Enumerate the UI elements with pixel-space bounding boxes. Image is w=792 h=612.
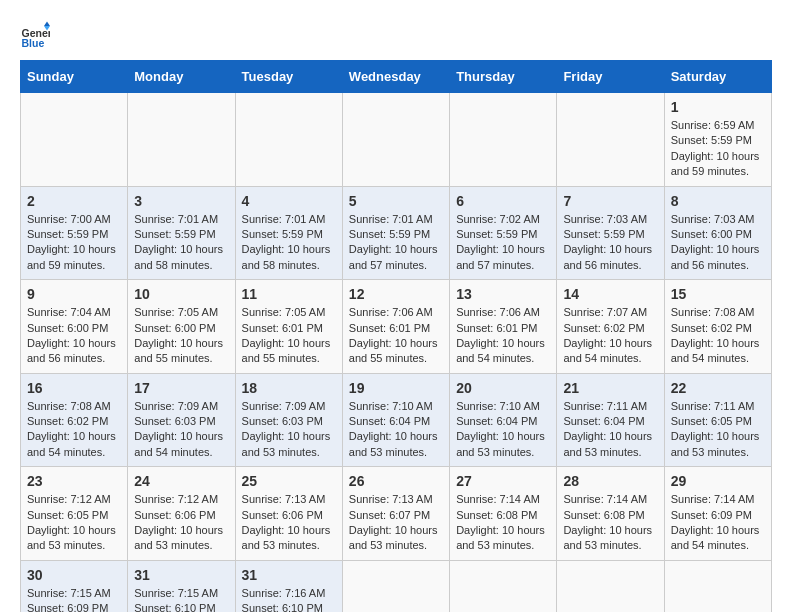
cell-sunset: Sunset: 6:02 PM (563, 321, 657, 336)
calendar-cell: 2Sunrise: 7:00 AMSunset: 5:59 PMDaylight… (21, 186, 128, 280)
cell-sunset: Sunset: 6:06 PM (242, 508, 336, 523)
day-number: 14 (563, 286, 657, 302)
cell-daylight: Daylight: 10 hours and 53 minutes. (563, 523, 657, 554)
day-number: 5 (349, 193, 443, 209)
cell-sunrise: Sunrise: 7:11 AM (563, 399, 657, 414)
cell-daylight: Daylight: 10 hours and 53 minutes. (27, 523, 121, 554)
cell-daylight: Daylight: 10 hours and 59 minutes. (27, 242, 121, 273)
day-number: 28 (563, 473, 657, 489)
cell-daylight: Daylight: 10 hours and 54 minutes. (27, 429, 121, 460)
calendar-cell: 31Sunrise: 7:16 AMSunset: 6:10 PMDayligh… (235, 560, 342, 612)
calendar-cell: 4Sunrise: 7:01 AMSunset: 5:59 PMDaylight… (235, 186, 342, 280)
calendar-cell: 3Sunrise: 7:01 AMSunset: 5:59 PMDaylight… (128, 186, 235, 280)
day-number: 25 (242, 473, 336, 489)
calendar-cell: 11Sunrise: 7:05 AMSunset: 6:01 PMDayligh… (235, 280, 342, 374)
cell-sunrise: Sunrise: 7:01 AM (242, 212, 336, 227)
cell-daylight: Daylight: 10 hours and 54 minutes. (134, 429, 228, 460)
cell-sunset: Sunset: 6:03 PM (134, 414, 228, 429)
calendar-cell: 18Sunrise: 7:09 AMSunset: 6:03 PMDayligh… (235, 373, 342, 467)
cell-daylight: Daylight: 10 hours and 53 minutes. (242, 429, 336, 460)
cell-daylight: Daylight: 10 hours and 59 minutes. (671, 149, 765, 180)
cell-sunset: Sunset: 6:01 PM (456, 321, 550, 336)
calendar-cell: 28Sunrise: 7:14 AMSunset: 6:08 PMDayligh… (557, 467, 664, 561)
day-number: 1 (671, 99, 765, 115)
cell-daylight: Daylight: 10 hours and 58 minutes. (242, 242, 336, 273)
day-number: 24 (134, 473, 228, 489)
calendar-cell: 14Sunrise: 7:07 AMSunset: 6:02 PMDayligh… (557, 280, 664, 374)
day-number: 31 (242, 567, 336, 583)
calendar-cell (342, 560, 449, 612)
cell-daylight: Daylight: 10 hours and 56 minutes. (27, 336, 121, 367)
cell-sunrise: Sunrise: 7:14 AM (671, 492, 765, 507)
calendar-cell: 29Sunrise: 7:14 AMSunset: 6:09 PMDayligh… (664, 467, 771, 561)
calendar-cell: 9Sunrise: 7:04 AMSunset: 6:00 PMDaylight… (21, 280, 128, 374)
calendar-cell: 15Sunrise: 7:08 AMSunset: 6:02 PMDayligh… (664, 280, 771, 374)
day-number: 15 (671, 286, 765, 302)
cell-daylight: Daylight: 10 hours and 58 minutes. (134, 242, 228, 273)
calendar-cell: 30Sunrise: 7:15 AMSunset: 6:09 PMDayligh… (21, 560, 128, 612)
calendar-cell: 27Sunrise: 7:14 AMSunset: 6:08 PMDayligh… (450, 467, 557, 561)
cell-sunset: Sunset: 6:07 PM (349, 508, 443, 523)
cell-sunset: Sunset: 6:05 PM (27, 508, 121, 523)
cell-sunrise: Sunrise: 7:04 AM (27, 305, 121, 320)
calendar-cell: 31Sunrise: 7:15 AMSunset: 6:10 PMDayligh… (128, 560, 235, 612)
cell-sunrise: Sunrise: 7:00 AM (27, 212, 121, 227)
cell-sunset: Sunset: 6:04 PM (563, 414, 657, 429)
cell-daylight: Daylight: 10 hours and 53 minutes. (242, 523, 336, 554)
day-number: 27 (456, 473, 550, 489)
cell-sunset: Sunset: 6:04 PM (456, 414, 550, 429)
calendar-cell (557, 93, 664, 187)
calendar-cell: 16Sunrise: 7:08 AMSunset: 6:02 PMDayligh… (21, 373, 128, 467)
calendar-cell: 23Sunrise: 7:12 AMSunset: 6:05 PMDayligh… (21, 467, 128, 561)
cell-sunrise: Sunrise: 7:11 AM (671, 399, 765, 414)
calendar-week-row: 1Sunrise: 6:59 AMSunset: 5:59 PMDaylight… (21, 93, 772, 187)
cell-sunrise: Sunrise: 7:05 AM (134, 305, 228, 320)
calendar-cell: 8Sunrise: 7:03 AMSunset: 6:00 PMDaylight… (664, 186, 771, 280)
calendar-cell: 25Sunrise: 7:13 AMSunset: 6:06 PMDayligh… (235, 467, 342, 561)
cell-sunrise: Sunrise: 7:06 AM (456, 305, 550, 320)
header-day-tuesday: Tuesday (235, 61, 342, 93)
calendar-week-row: 16Sunrise: 7:08 AMSunset: 6:02 PMDayligh… (21, 373, 772, 467)
logo-icon: General Blue (20, 20, 50, 50)
calendar-header-row: SundayMondayTuesdayWednesdayThursdayFrid… (21, 61, 772, 93)
calendar-cell: 24Sunrise: 7:12 AMSunset: 6:06 PMDayligh… (128, 467, 235, 561)
cell-sunrise: Sunrise: 7:14 AM (456, 492, 550, 507)
cell-sunset: Sunset: 6:03 PM (242, 414, 336, 429)
cell-daylight: Daylight: 10 hours and 57 minutes. (456, 242, 550, 273)
calendar-cell: 5Sunrise: 7:01 AMSunset: 5:59 PMDaylight… (342, 186, 449, 280)
calendar-cell: 17Sunrise: 7:09 AMSunset: 6:03 PMDayligh… (128, 373, 235, 467)
cell-sunrise: Sunrise: 7:08 AM (671, 305, 765, 320)
logo: General Blue (20, 20, 54, 50)
cell-sunset: Sunset: 6:01 PM (242, 321, 336, 336)
calendar-cell: 21Sunrise: 7:11 AMSunset: 6:04 PMDayligh… (557, 373, 664, 467)
cell-sunrise: Sunrise: 7:13 AM (242, 492, 336, 507)
cell-sunset: Sunset: 6:05 PM (671, 414, 765, 429)
cell-sunrise: Sunrise: 7:09 AM (242, 399, 336, 414)
calendar-cell (235, 93, 342, 187)
day-number: 29 (671, 473, 765, 489)
header-day-monday: Monday (128, 61, 235, 93)
header-day-friday: Friday (557, 61, 664, 93)
calendar-cell: 1Sunrise: 6:59 AMSunset: 5:59 PMDaylight… (664, 93, 771, 187)
cell-sunrise: Sunrise: 7:03 AM (563, 212, 657, 227)
cell-sunrise: Sunrise: 7:15 AM (27, 586, 121, 601)
cell-daylight: Daylight: 10 hours and 53 minutes. (349, 523, 443, 554)
calendar-cell: 10Sunrise: 7:05 AMSunset: 6:00 PMDayligh… (128, 280, 235, 374)
calendar-cell (342, 93, 449, 187)
calendar-cell (21, 93, 128, 187)
calendar-week-row: 30Sunrise: 7:15 AMSunset: 6:09 PMDayligh… (21, 560, 772, 612)
cell-sunrise: Sunrise: 7:13 AM (349, 492, 443, 507)
day-number: 23 (27, 473, 121, 489)
day-number: 16 (27, 380, 121, 396)
cell-sunset: Sunset: 5:59 PM (563, 227, 657, 242)
cell-sunset: Sunset: 6:08 PM (456, 508, 550, 523)
day-number: 7 (563, 193, 657, 209)
cell-sunrise: Sunrise: 7:01 AM (134, 212, 228, 227)
cell-sunset: Sunset: 5:59 PM (27, 227, 121, 242)
calendar-cell (557, 560, 664, 612)
cell-sunset: Sunset: 6:02 PM (27, 414, 121, 429)
cell-sunrise: Sunrise: 7:12 AM (27, 492, 121, 507)
cell-sunset: Sunset: 5:59 PM (671, 133, 765, 148)
day-number: 26 (349, 473, 443, 489)
calendar-cell: 22Sunrise: 7:11 AMSunset: 6:05 PMDayligh… (664, 373, 771, 467)
